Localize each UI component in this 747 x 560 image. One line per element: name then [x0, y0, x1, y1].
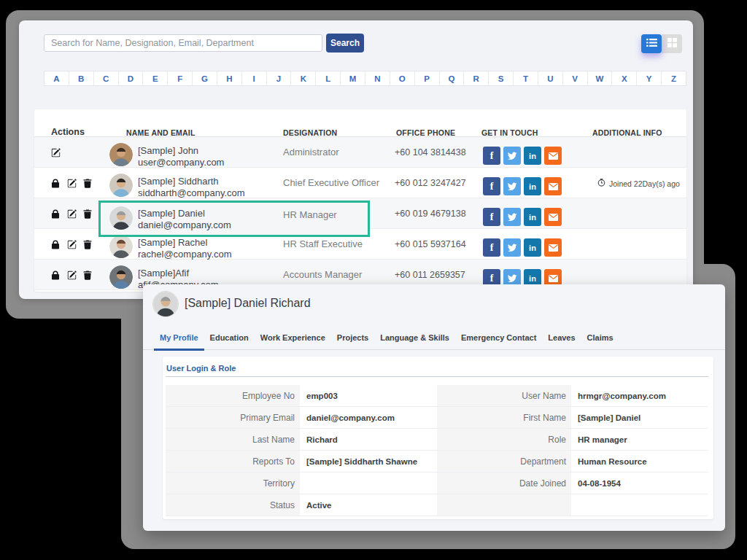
alphabet-filter-P[interactable]: P: [415, 71, 440, 85]
field-label: Role: [437, 429, 571, 450]
tab-claims[interactable]: Claims: [581, 327, 619, 351]
alphabet-filter-V[interactable]: V: [563, 71, 588, 85]
employee-avatar: [109, 143, 133, 166]
tab-language-skills[interactable]: Language & Skills: [374, 327, 455, 351]
alphabet-filter-M[interactable]: M: [341, 71, 365, 85]
linkedin-icon[interactable]: in: [524, 177, 541, 195]
facebook-icon[interactable]: f: [483, 208, 500, 226]
linkedin-icon[interactable]: in: [524, 238, 541, 257]
tab-leaves[interactable]: Leaves: [542, 327, 581, 351]
alphabet-filter-U[interactable]: U: [538, 71, 563, 85]
alphabet-filter-J[interactable]: J: [267, 71, 292, 85]
alphabet-filter-Y[interactable]: Y: [637, 71, 662, 85]
alphabet-filter-K[interactable]: K: [291, 71, 316, 85]
linkedin-icon[interactable]: in: [524, 147, 541, 165]
facebook-icon[interactable]: f: [483, 177, 500, 195]
trash-icon[interactable]: [83, 179, 93, 188]
alphabet-filter-I[interactable]: I: [242, 71, 267, 85]
field-label: Status: [166, 494, 300, 516]
employee-name-email[interactable]: [Sample] Johnuser@company.com: [138, 145, 224, 168]
search-button[interactable]: Search: [326, 34, 364, 52]
email-icon[interactable]: [544, 177, 562, 195]
tab-work-experience[interactable]: Work Experience: [255, 327, 331, 351]
employee-email: user@company.com: [138, 157, 224, 168]
field-value: [571, 494, 708, 516]
trash-icon[interactable]: [83, 209, 93, 219]
lock-icon[interactable]: [51, 240, 61, 249]
column-header-office-phone: OFFICE PHONE: [396, 128, 455, 137]
email-icon[interactable]: [544, 147, 562, 165]
alphabet-filter-Z[interactable]: Z: [662, 71, 686, 85]
employee-name-email[interactable]: [Sample] Siddharthsiddharth@company.com: [138, 176, 245, 199]
employee-name-email[interactable]: [Sample] Rachelrachel@company.com: [138, 237, 232, 260]
twitter-icon[interactable]: [503, 208, 521, 226]
edit-icon[interactable]: [67, 179, 77, 188]
column-header-name: NAME AND EMAIL: [126, 128, 196, 137]
grid-view-button[interactable]: [662, 34, 682, 53]
search-input[interactable]: [44, 34, 322, 52]
alphabet-filter-N[interactable]: N: [365, 71, 390, 85]
alphabet-filter-F[interactable]: F: [168, 71, 193, 85]
edit-icon[interactable]: [67, 240, 77, 249]
get-in-touch-buttons: fin: [483, 177, 562, 195]
alphabet-filter-X[interactable]: X: [612, 71, 637, 85]
get-in-touch-buttons: fin: [483, 208, 562, 226]
email-icon[interactable]: [544, 238, 562, 257]
trash-icon[interactable]: [83, 240, 93, 249]
employee-avatar: [109, 174, 133, 197]
edit-icon[interactable]: [67, 209, 77, 219]
field-row: First Name[Sample] Daniel: [437, 407, 708, 429]
alphabet-filter-H[interactable]: H: [217, 71, 242, 85]
edit-icon[interactable]: [51, 148, 61, 158]
lock-icon[interactable]: [51, 209, 61, 219]
linkedin-icon[interactable]: in: [524, 208, 541, 226]
facebook-icon[interactable]: f: [483, 238, 500, 257]
profile-avatar: [152, 291, 179, 317]
alphabet-filter-O[interactable]: O: [390, 71, 415, 85]
alphabet-filter-E[interactable]: E: [143, 71, 168, 85]
alphabet-filter-D[interactable]: D: [119, 71, 144, 85]
alphabet-filter-R[interactable]: R: [464, 71, 489, 85]
alphabet-filter-Q[interactable]: Q: [440, 71, 465, 85]
alphabet-filter-W[interactable]: W: [588, 71, 613, 85]
tab-emergency-contact[interactable]: Emergency Contact: [455, 327, 542, 351]
employee-email: daniel@company.com: [138, 219, 231, 231]
twitter-icon[interactable]: [503, 177, 521, 195]
twitter-icon[interactable]: [503, 238, 521, 257]
column-header-get-in-touch: GET IN TOUCH: [481, 128, 538, 137]
alphabet-filter-C[interactable]: C: [94, 71, 119, 85]
selected-row-highlight[interactable]: [Sample] Danieldaniel@company.comHR Mana…: [98, 201, 370, 237]
list-icon: [646, 38, 657, 50]
field-row: Reports To[Sample] Siddharth Shawne: [166, 451, 437, 472]
alphabet-filter-B[interactable]: B: [69, 71, 94, 85]
alphabet-filter-S[interactable]: S: [489, 71, 514, 85]
column-header-designation: DESIGNATION: [283, 128, 337, 137]
tab-education[interactable]: Education: [204, 327, 255, 351]
email-icon[interactable]: [544, 208, 562, 226]
alphabet-filter-A[interactable]: A: [44, 71, 69, 85]
row-actions: [51, 271, 93, 280]
lock-icon[interactable]: [51, 271, 61, 280]
alphabet-filter-L[interactable]: L: [316, 71, 341, 85]
facebook-icon[interactable]: f: [483, 147, 500, 165]
tab-projects[interactable]: Projects: [331, 327, 374, 351]
employee-name: [Sample] Rachel: [138, 237, 232, 249]
field-row: StatusActive: [166, 494, 437, 516]
alphabet-filter-G[interactable]: G: [193, 71, 217, 85]
edit-icon[interactable]: [67, 271, 77, 280]
trash-icon[interactable]: [83, 271, 93, 280]
tab-my-profile[interactable]: My Profile: [154, 327, 204, 351]
employee-row[interactable]: [Sample] Siddharthsiddharth@company.comC…: [34, 168, 686, 198]
field-row: User Namehrmgr@company.com: [437, 385, 708, 407]
lock-icon[interactable]: [51, 179, 61, 188]
employee-email: rachel@company.com: [138, 249, 232, 260]
employee-name-email[interactable]: [Sample] Danieldaniel@company.com: [138, 208, 231, 231]
employee-row[interactable]: [Sample] Johnuser@company.comAdministrat…: [34, 137, 686, 168]
profile-name: [Sample] Daniel Richard: [185, 297, 311, 310]
column-header-actions: Actions: [51, 127, 85, 137]
list-view-button[interactable]: [641, 34, 662, 53]
alphabet-filter-T[interactable]: T: [514, 71, 538, 85]
field-row: Territory: [166, 472, 437, 494]
field-value: emp003: [300, 385, 437, 406]
twitter-icon[interactable]: [503, 147, 521, 165]
